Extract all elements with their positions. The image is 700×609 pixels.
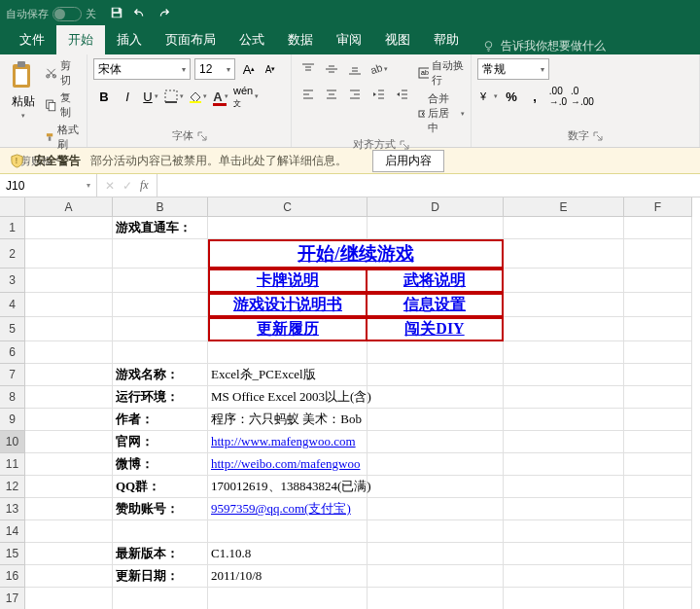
cell[interactable] bbox=[504, 409, 624, 431]
tab-page-layout[interactable]: 页面布局 bbox=[154, 25, 228, 54]
cell[interactable] bbox=[113, 520, 208, 543]
row-header[interactable]: 10 bbox=[0, 431, 25, 453]
row-header[interactable]: 14 bbox=[0, 520, 25, 543]
cell[interactable] bbox=[504, 386, 624, 409]
cell[interactable] bbox=[504, 453, 624, 476]
cell-website-link[interactable]: http://www.mafengwoo.com bbox=[208, 431, 368, 453]
tab-insert[interactable]: 插入 bbox=[105, 25, 154, 54]
decrease-indent-button[interactable] bbox=[368, 84, 389, 105]
cell[interactable] bbox=[25, 453, 113, 476]
cell[interactable] bbox=[624, 239, 692, 269]
cell[interactable]: C1.10.8 bbox=[208, 543, 368, 565]
col-header[interactable]: F bbox=[624, 197, 692, 217]
cell[interactable]: 最新版本： bbox=[113, 543, 208, 565]
align-center-button[interactable] bbox=[321, 84, 342, 105]
cell[interactable]: 运行环境： bbox=[113, 386, 208, 409]
cell[interactable] bbox=[25, 386, 113, 409]
font-name-combo[interactable]: 宋体▾ bbox=[93, 58, 191, 80]
dialog-launcher-icon[interactable] bbox=[197, 131, 207, 141]
cell[interactable] bbox=[25, 317, 113, 341]
cancel-formula-icon[interactable]: ✕ bbox=[105, 179, 115, 193]
row-header[interactable]: 3 bbox=[0, 269, 25, 293]
cell[interactable] bbox=[624, 476, 692, 498]
wrap-text-button[interactable]: ab自动换行 bbox=[418, 58, 465, 88]
cell[interactable]: 游戏直通车： bbox=[113, 217, 208, 239]
cell[interactable] bbox=[504, 239, 624, 269]
align-bottom-button[interactable] bbox=[344, 58, 366, 80]
row-header[interactable]: 13 bbox=[0, 498, 25, 520]
cell[interactable]: 170012619、138843824(已满) bbox=[208, 476, 368, 498]
percent-button[interactable]: % bbox=[501, 86, 522, 107]
cell[interactable] bbox=[368, 364, 504, 386]
shrink-font-button[interactable]: A▾ bbox=[261, 58, 280, 80]
row-header[interactable]: 8 bbox=[0, 386, 25, 409]
menu-card-info[interactable]: 卡牌说明 bbox=[208, 269, 368, 293]
tab-home[interactable]: 开始 bbox=[56, 25, 105, 54]
tab-data[interactable]: 数据 bbox=[276, 25, 325, 54]
cell[interactable] bbox=[504, 431, 624, 453]
phonetic-button[interactable]: wén文 bbox=[233, 86, 259, 107]
increase-indent-button[interactable] bbox=[391, 84, 412, 105]
cell[interactable] bbox=[25, 476, 113, 498]
cell[interactable] bbox=[368, 453, 504, 476]
cell[interactable] bbox=[208, 520, 368, 543]
cell[interactable] bbox=[624, 453, 692, 476]
cell[interactable] bbox=[368, 409, 504, 431]
cell[interactable] bbox=[25, 543, 113, 565]
insert-function-button[interactable]: fx bbox=[140, 178, 149, 193]
select-all-corner[interactable] bbox=[0, 197, 25, 217]
col-header[interactable]: B bbox=[113, 197, 208, 217]
cell[interactable]: 官网： bbox=[113, 431, 208, 453]
cell[interactable] bbox=[504, 317, 624, 341]
align-top-button[interactable] bbox=[298, 58, 319, 80]
cell[interactable]: 微博： bbox=[113, 453, 208, 476]
copy-button[interactable]: 复制 bbox=[45, 90, 81, 120]
menu-design-doc[interactable]: 游戏设计说明书 bbox=[208, 293, 368, 317]
menu-general-info[interactable]: 武将说明 bbox=[368, 269, 504, 293]
paste-button[interactable]: 粘贴 ▾ bbox=[6, 58, 41, 152]
cell[interactable] bbox=[624, 565, 692, 588]
cell[interactable] bbox=[25, 565, 113, 588]
cell[interactable] bbox=[113, 293, 208, 317]
cell[interactable]: 2011/10/8 bbox=[208, 565, 368, 588]
undo-icon[interactable] bbox=[133, 6, 147, 22]
cell-donation-link[interactable]: 9597359@qq.com(支付宝) bbox=[208, 498, 368, 520]
row-header[interactable]: 12 bbox=[0, 476, 25, 498]
cell[interactable] bbox=[504, 476, 624, 498]
cell-weibo-link[interactable]: http://weibo.com/mafengwoo bbox=[208, 453, 368, 476]
cell[interactable] bbox=[504, 588, 624, 609]
row-header[interactable]: 4 bbox=[0, 293, 25, 317]
cell[interactable] bbox=[25, 217, 113, 239]
formula-bar[interactable] bbox=[157, 174, 700, 197]
cell[interactable]: 更新日期： bbox=[113, 565, 208, 588]
menu-start-game[interactable]: 开始/继续游戏 bbox=[208, 239, 504, 269]
border-button[interactable] bbox=[163, 86, 185, 107]
row-header[interactable]: 17 bbox=[0, 588, 25, 609]
cell[interactable] bbox=[624, 364, 692, 386]
cell[interactable] bbox=[504, 293, 624, 317]
cell[interactable] bbox=[113, 317, 208, 341]
cell[interactable]: 作者： bbox=[113, 409, 208, 431]
cell[interactable] bbox=[624, 431, 692, 453]
italic-button[interactable]: I bbox=[117, 86, 138, 107]
grow-font-button[interactable]: A▴ bbox=[239, 58, 259, 80]
fill-color-button[interactable] bbox=[187, 86, 208, 107]
enter-formula-icon[interactable]: ✓ bbox=[122, 179, 132, 193]
row-header[interactable]: 9 bbox=[0, 409, 25, 431]
cell[interactable]: Excel杀_PCExcel版 bbox=[208, 364, 368, 386]
cell[interactable] bbox=[624, 520, 692, 543]
cell[interactable] bbox=[624, 317, 692, 341]
cell[interactable] bbox=[368, 565, 504, 588]
bold-button[interactable]: B bbox=[93, 86, 115, 107]
row-header[interactable]: 2 bbox=[0, 239, 25, 269]
cut-button[interactable]: 剪切 bbox=[45, 58, 81, 88]
save-icon[interactable] bbox=[110, 6, 123, 22]
cell[interactable] bbox=[25, 341, 113, 364]
autosave-toggle[interactable]: 自动保存 关 bbox=[6, 7, 96, 21]
cell[interactable] bbox=[624, 409, 692, 431]
cell[interactable] bbox=[624, 217, 692, 239]
cell[interactable] bbox=[368, 476, 504, 498]
comma-button[interactable]: , bbox=[524, 86, 545, 107]
dialog-launcher-icon[interactable] bbox=[400, 140, 409, 150]
cell[interactable] bbox=[504, 269, 624, 293]
